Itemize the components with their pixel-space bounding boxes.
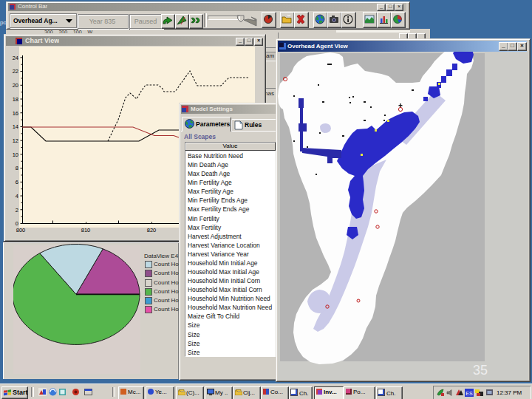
svg-text:16: 16 — [13, 110, 18, 117]
svg-text:820: 820 — [147, 227, 157, 233]
svg-text:ES: ES — [466, 391, 473, 396]
svg-text:22: 22 — [13, 68, 18, 75]
svg-text:0: 0 — [16, 220, 18, 227]
svg-text:2: 2 — [16, 207, 18, 214]
svg-text:14: 14 — [13, 123, 18, 130]
svg-text:4: 4 — [16, 193, 18, 200]
svg-text:810: 810 — [81, 227, 91, 233]
svg-text:6: 6 — [16, 179, 18, 185]
svg-text:800: 800 — [16, 227, 26, 233]
svg-text:12: 12 — [13, 137, 18, 144]
svg-text:8: 8 — [16, 165, 18, 171]
svg-text:18: 18 — [13, 96, 18, 103]
svg-text:10: 10 — [13, 151, 18, 158]
svg-text:24: 24 — [13, 55, 18, 61]
svg-text:20: 20 — [13, 82, 18, 89]
